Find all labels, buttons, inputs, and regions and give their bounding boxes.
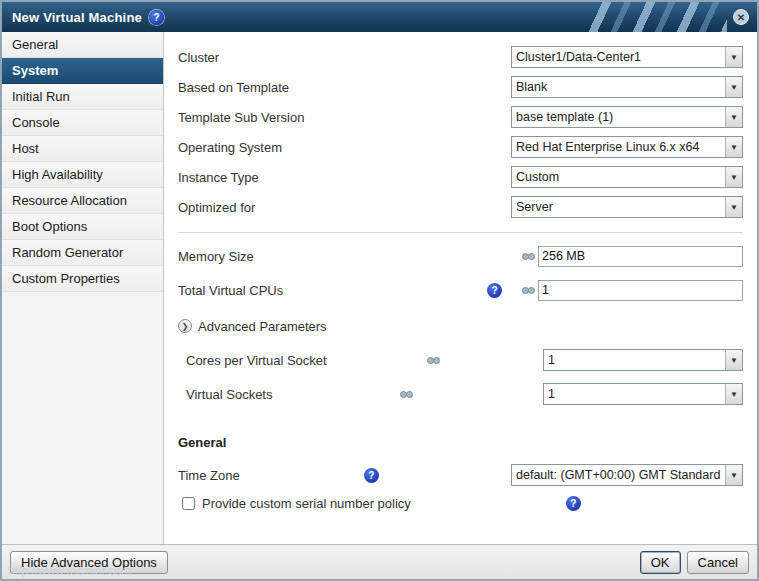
form-row-serial-policy: Provide custom serial number policy ? bbox=[178, 490, 743, 516]
cancel-button[interactable]: Cancel bbox=[687, 551, 749, 574]
sidebar-item-system[interactable]: System bbox=[2, 58, 163, 84]
dropdown-arrow-icon[interactable]: ▼ bbox=[725, 167, 742, 187]
dialog-body: General System Initial Run Console Host … bbox=[2, 32, 757, 544]
template-label: Based on Template bbox=[178, 80, 289, 95]
select-value: Blank bbox=[516, 80, 725, 94]
template-subversion-select[interactable]: base template (1) ▼ bbox=[511, 106, 743, 128]
dropdown-arrow-icon[interactable]: ▼ bbox=[725, 77, 742, 97]
dropdown-arrow-icon[interactable]: ▼ bbox=[725, 137, 742, 157]
os-label: Operating System bbox=[178, 140, 282, 155]
form-row-sockets: Virtual Sockets 1 ▼ bbox=[178, 381, 743, 407]
cluster-select[interactable]: Cluster1/Data-Center1 ▼ bbox=[511, 46, 743, 68]
dropdown-arrow-icon[interactable]: ▼ bbox=[725, 197, 742, 217]
total-vcpus-input[interactable] bbox=[538, 280, 743, 301]
close-icon[interactable]: ✕ bbox=[733, 9, 749, 25]
sidebar-item-custom-properties[interactable]: Custom Properties bbox=[2, 266, 163, 292]
dropdown-arrow-icon[interactable]: ▼ bbox=[725, 107, 742, 127]
form-row-memory: Memory Size bbox=[178, 243, 743, 269]
advanced-parameters-label: Advanced Parameters bbox=[198, 319, 327, 334]
dropdown-arrow-icon[interactable]: ▼ bbox=[725, 465, 742, 485]
sidebar-item-initial-run[interactable]: Initial Run bbox=[2, 84, 163, 110]
dialog-footer: Hide Advanced Options OK Cancel bbox=[2, 544, 757, 579]
form-row-instance-type: Instance Type Custom ▼ bbox=[178, 162, 743, 192]
form-row-optimized-for: Optimized for Server ▼ bbox=[178, 192, 743, 222]
dropdown-arrow-icon[interactable]: ▼ bbox=[725, 47, 742, 67]
sidebar-item-resource-allocation[interactable]: Resource Allocation bbox=[2, 188, 163, 214]
general-section-header: General bbox=[178, 435, 743, 450]
form-row-os: Operating System Red Hat Enterprise Linu… bbox=[178, 132, 743, 162]
form-row-cluster: Cluster Cluster1/Data-Center1 ▼ bbox=[178, 42, 743, 72]
instance-type-label: Instance Type bbox=[178, 170, 259, 185]
instance-type-select[interactable]: Custom ▼ bbox=[511, 166, 743, 188]
select-value: default: (GMT+00:00) GMT Standard bbox=[516, 468, 725, 482]
memory-label: Memory Size bbox=[178, 249, 254, 264]
os-select[interactable]: Red Hat Enterprise Linux 6.x x64 ▼ bbox=[511, 136, 743, 158]
sidebar-item-console[interactable]: Console bbox=[2, 110, 163, 136]
form-row-template: Based on Template Blank ▼ bbox=[178, 72, 743, 102]
hide-advanced-options-button[interactable]: Hide Advanced Options bbox=[10, 551, 168, 574]
dialog-titlebar: New Virtual Machine ? ✕ bbox=[2, 2, 757, 32]
timezone-label: Time Zone bbox=[178, 468, 240, 483]
vcpus-help-icon[interactable]: ? bbox=[487, 283, 502, 298]
sidebar-item-boot-options[interactable]: Boot Options bbox=[2, 214, 163, 240]
advanced-parameters-toggle[interactable]: ❯ Advanced Parameters bbox=[178, 315, 743, 337]
form-row-template-subversion: Template Sub Version base template (1) ▼ bbox=[178, 102, 743, 132]
sidebar-item-high-availability[interactable]: High Availability bbox=[2, 162, 163, 188]
section-divider bbox=[178, 232, 743, 233]
sidebar-item-host[interactable]: Host bbox=[2, 136, 163, 162]
dialog-title: New Virtual Machine bbox=[12, 10, 142, 25]
timezone-select[interactable]: default: (GMT+00:00) GMT Standard ▼ bbox=[511, 464, 743, 486]
timezone-help-icon[interactable]: ? bbox=[364, 468, 379, 483]
select-value: Red Hat Enterprise Linux 6.x x64 bbox=[516, 140, 725, 154]
ok-button[interactable]: OK bbox=[640, 551, 681, 574]
title-help-icon[interactable]: ? bbox=[149, 10, 164, 25]
dropdown-arrow-icon[interactable]: ▼ bbox=[725, 350, 742, 370]
chevron-right-icon: ❯ bbox=[178, 319, 192, 333]
link-icon bbox=[521, 252, 536, 261]
dropdown-arrow-icon[interactable]: ▼ bbox=[725, 384, 742, 404]
template-select[interactable]: Blank ▼ bbox=[511, 76, 743, 98]
system-panel: Cluster Cluster1/Data-Center1 ▼ Based on… bbox=[164, 32, 757, 544]
optimized-for-label: Optimized for bbox=[178, 200, 255, 215]
cores-per-socket-select[interactable]: 1 ▼ bbox=[543, 349, 743, 371]
sidebar: General System Initial Run Console Host … bbox=[2, 32, 164, 544]
link-icon bbox=[521, 286, 536, 295]
select-value: Custom bbox=[516, 170, 725, 184]
select-value: Cluster1/Data-Center1 bbox=[516, 50, 725, 64]
sockets-label: Virtual Sockets bbox=[186, 387, 272, 402]
virtual-sockets-select[interactable]: 1 ▼ bbox=[543, 383, 743, 405]
link-icon bbox=[426, 356, 441, 365]
template-subversion-label: Template Sub Version bbox=[178, 110, 304, 125]
form-row-vcpus: Total Virtual CPUs ? bbox=[178, 277, 743, 303]
cores-label: Cores per Virtual Socket bbox=[186, 353, 327, 368]
form-row-cores: Cores per Virtual Socket 1 ▼ bbox=[178, 347, 743, 373]
select-value: 1 bbox=[548, 387, 725, 401]
serial-policy-label: Provide custom serial number policy bbox=[202, 496, 411, 511]
memory-size-input[interactable] bbox=[538, 246, 743, 267]
select-value: Server bbox=[516, 200, 725, 214]
sidebar-item-general[interactable]: General bbox=[2, 32, 163, 58]
serial-policy-help-icon[interactable]: ? bbox=[566, 496, 581, 511]
titlebar-stripes-decoration bbox=[587, 2, 727, 32]
serial-policy-checkbox[interactable] bbox=[182, 497, 195, 510]
cluster-label: Cluster bbox=[178, 50, 219, 65]
form-row-timezone: Time Zone ? default: (GMT+00:00) GMT Sta… bbox=[178, 462, 743, 488]
select-value: 1 bbox=[548, 353, 725, 367]
select-value: base template (1) bbox=[516, 110, 725, 124]
vcpus-label: Total Virtual CPUs bbox=[178, 283, 283, 298]
new-vm-dialog: New Virtual Machine ? ✕ General System I… bbox=[0, 0, 759, 581]
optimized-for-select[interactable]: Server ▼ bbox=[511, 196, 743, 218]
link-icon bbox=[399, 390, 414, 399]
sidebar-item-random-generator[interactable]: Random Generator bbox=[2, 240, 163, 266]
